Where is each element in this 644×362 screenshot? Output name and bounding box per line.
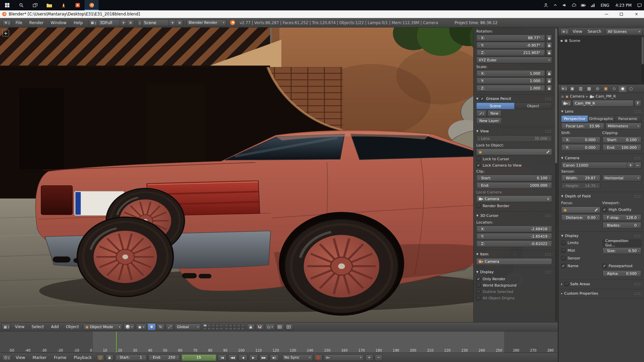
decrement-arrow-icon[interactable]: ‹ xyxy=(604,138,606,142)
render-menu[interactable]: Render xyxy=(26,20,47,26)
gp-data-browse-button[interactable]: ▴▾ xyxy=(476,110,486,117)
only-render-checkbox[interactable]: ✓ xyxy=(476,277,481,281)
rotation-mode-dropdown[interactable]: XYZ Euler▾ xyxy=(476,57,552,63)
manipulator-rotate-button[interactable]: ↻ xyxy=(157,323,165,330)
scale-y-field[interactable]: ‹Y:1.000› xyxy=(476,77,545,84)
previous-keyframe-button[interactable]: ◀◀ xyxy=(228,354,237,361)
transform-orientation-dropdown[interactable]: Global▾ xyxy=(175,323,201,330)
sensor-width-field[interactable]: ‹Width:29.87› xyxy=(561,175,600,181)
breadcrumb-data[interactable]: Cam_PM_R xyxy=(596,94,616,99)
3d-viewport[interactable]: + Rotation: ‹X:88.77°› ‹Y:-0.957°› ‹Z:21… xyxy=(0,27,558,322)
layout-name-field[interactable]: 3DFull xyxy=(98,19,120,26)
view-menu[interactable]: View xyxy=(12,324,27,330)
orthographic-button[interactable]: Orthographic xyxy=(588,115,614,122)
window-menu[interactable]: Window xyxy=(48,20,69,26)
editor-type-button[interactable]: ≡▴▾ xyxy=(560,28,569,35)
interaction-mode-dropdown[interactable]: ▣Object Mode▾ xyxy=(83,323,122,330)
start-button[interactable] xyxy=(0,0,14,10)
scene-name-field[interactable]: Scene xyxy=(142,19,169,26)
panel-expand-icon[interactable]: ▼ xyxy=(476,130,478,133)
editor-type-button[interactable]: ≡▴▾ xyxy=(2,19,11,26)
render-border-row[interactable]: Render Border xyxy=(476,203,552,209)
decrement-arrow-icon[interactable]: ‹ xyxy=(116,356,119,359)
n-panel-scrollbar[interactable] xyxy=(555,28,557,321)
lock-to-cursor-row[interactable]: Lock to Cursor xyxy=(476,156,552,162)
people-tray-icon[interactable] xyxy=(541,0,551,10)
increment-arrow-icon[interactable]: › xyxy=(596,184,599,188)
safe-areas-checkbox[interactable] xyxy=(564,282,569,286)
lock-camera-to-view-row[interactable]: ✓Lock Camera to View xyxy=(476,162,552,169)
panel-expand-icon[interactable]: ▼ xyxy=(561,110,563,113)
increment-arrow-icon[interactable]: › xyxy=(637,146,640,149)
name-checkbox[interactable]: ✓ xyxy=(561,264,566,268)
item-panel-header[interactable]: ▼Item xyxy=(474,251,555,257)
file-menu[interactable]: File xyxy=(12,20,25,26)
panel-grip[interactable] xyxy=(545,97,552,100)
clip-end-field[interactable]: ‹End:1000.000› xyxy=(476,182,552,189)
gp-new-layer-button[interactable]: New Layer xyxy=(476,117,502,124)
clip-start-field[interactable]: ‹Start:0.100› xyxy=(476,175,552,181)
decrement-arrow-icon[interactable]: ‹ xyxy=(604,224,606,227)
tab-render[interactable]: ▣ xyxy=(568,85,576,92)
lens-field[interactable]: ‹Lens:35.000› xyxy=(476,135,552,142)
panel-grip[interactable] xyxy=(634,234,641,237)
camera-preset-dropdown[interactable]: Canon 1100D xyxy=(561,162,627,169)
next-keyframe-button[interactable]: ▶▶ xyxy=(259,354,268,361)
manipulator-translate-button[interactable]: ✥ xyxy=(148,323,156,330)
action-center-icon[interactable] xyxy=(635,0,644,10)
camera-name-field[interactable]: Cam_PM_R xyxy=(573,100,634,107)
tab-object[interactable]: ▣ xyxy=(602,85,610,92)
snap-toggle-button[interactable] xyxy=(256,323,264,330)
editor-type-button[interactable]: ◷▴▾ xyxy=(2,354,11,361)
lens-panel-header[interactable]: ▼Lens xyxy=(558,108,644,115)
shift-x-field[interactable]: ‹X:0.000› xyxy=(561,136,600,143)
panel-grip[interactable] xyxy=(634,292,641,295)
grease-pencil-checkbox[interactable]: ✓ xyxy=(480,97,484,101)
panel-grip[interactable] xyxy=(634,283,641,286)
lock-rotation-y-button[interactable] xyxy=(546,42,552,49)
decrement-arrow-icon[interactable]: ‹ xyxy=(562,146,565,149)
clip-end-field[interactable]: ‹End:100.000› xyxy=(602,144,642,151)
tab-object-data-camera[interactable]: ◉ xyxy=(619,85,627,92)
clear-icon[interactable]: × xyxy=(547,197,550,201)
increment-arrow-icon[interactable]: › xyxy=(637,216,640,220)
decrement-arrow-icon[interactable]: ‹ xyxy=(183,356,184,359)
preset-remove-button[interactable]: − xyxy=(634,162,641,169)
task-view-button[interactable] xyxy=(28,0,42,10)
decrement-arrow-icon[interactable]: ‹ xyxy=(604,272,606,276)
increment-arrow-icon[interactable]: › xyxy=(637,249,640,253)
clip-start-field[interactable]: ‹Start:0.100› xyxy=(602,136,642,143)
sensor-fit-dropdown[interactable]: Horizontal▾ xyxy=(602,175,642,181)
increment-arrow-icon[interactable]: › xyxy=(637,224,640,227)
decrement-arrow-icon[interactable]: ‹ xyxy=(562,216,565,220)
increment-arrow-icon[interactable]: › xyxy=(143,356,146,359)
increment-arrow-icon[interactable]: › xyxy=(541,79,544,83)
increment-arrow-icon[interactable]: › xyxy=(541,44,544,47)
close-button[interactable]: × xyxy=(629,10,644,18)
local-camera-field[interactable]: Camera× xyxy=(476,195,552,202)
breadcrumb-object[interactable]: Camera xyxy=(570,94,584,99)
panel-grip[interactable] xyxy=(545,270,552,274)
high-quality-row[interactable]: ✓High Quality xyxy=(602,206,642,213)
gp-new-button[interactable]: New xyxy=(487,110,501,117)
lock-rotation-z-button[interactable] xyxy=(546,49,552,56)
timeline-playback-menu[interactable]: Playback xyxy=(71,355,95,361)
eyedropper-icon[interactable] xyxy=(594,208,598,212)
outline-selected-checkbox[interactable] xyxy=(476,290,481,294)
limits-checkbox[interactable] xyxy=(561,241,566,245)
sensor-row[interactable]: Sensor xyxy=(561,255,600,261)
panel-grip[interactable] xyxy=(545,253,552,256)
composition-guides-button[interactable]: Composition Gui... xyxy=(602,240,642,246)
clock[interactable]: 4:23 PM xyxy=(612,3,635,8)
layout-delete-button[interactable]: × xyxy=(127,19,134,26)
layer-1[interactable] xyxy=(203,324,207,327)
passepartout-alpha-field[interactable]: ‹Alpha:0.500› xyxy=(602,270,642,277)
show-hidden-icons-chevron[interactable] xyxy=(551,0,560,10)
outliner-search-menu[interactable]: Search xyxy=(586,28,603,35)
wheel-rear-left[interactable] xyxy=(77,217,173,297)
frame-end-field[interactable]: ‹End:250› xyxy=(148,354,180,361)
panel-expand-icon[interactable]: ▼ xyxy=(476,253,478,256)
outliner-scrollbar[interactable] xyxy=(642,37,644,83)
panel-collapsed-icon[interactable]: ▸ xyxy=(561,292,562,295)
rotation-z-field[interactable]: ‹Z:211.903°› xyxy=(476,49,545,56)
